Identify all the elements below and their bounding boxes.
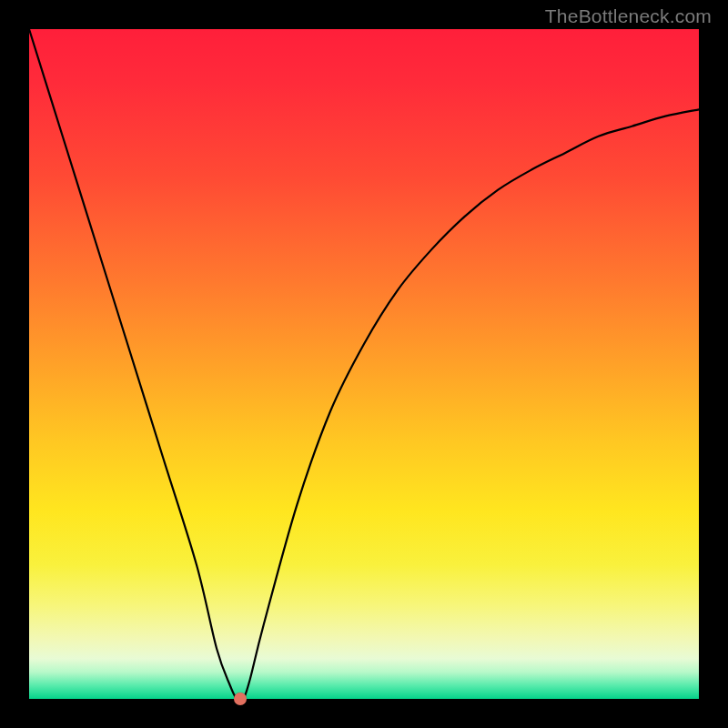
bottleneck-curve [29, 29, 699, 699]
watermark-text: TheBottleneck.com [545, 5, 712, 27]
optimum-marker [234, 693, 247, 705]
chart-frame: TheBottleneck.com [0, 0, 728, 728]
plot-area [29, 29, 699, 699]
